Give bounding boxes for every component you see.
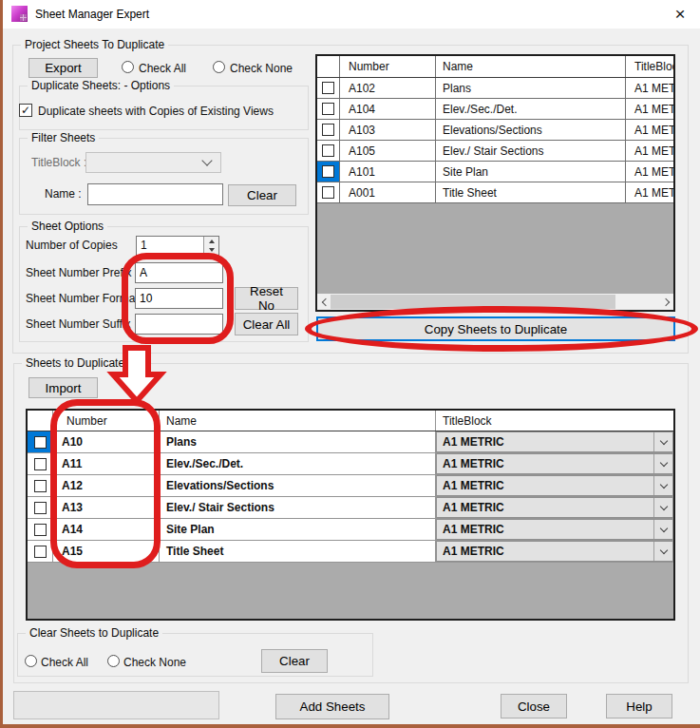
row-select-cell[interactable] [28,519,53,540]
add-sheets-button[interactable]: Add Sheets [275,694,389,719]
cell-sheet-number[interactable]: A11 [53,453,160,474]
cell-titleblock[interactable]: A1 METRIC [436,431,673,452]
close-icon[interactable]: × [668,2,692,27]
cell-sheet-number[interactable]: A15 [53,541,160,562]
cell-titleblock[interactable]: A1 METRIC [626,120,673,140]
cell-titleblock[interactable]: A1 METRIC [626,99,673,119]
titleblock-dropdown[interactable]: A1 METRIC [436,541,673,562]
titleblock-column-header[interactable]: TitleBlock [436,411,673,431]
row-select-cell[interactable] [317,141,340,161]
cell-sheet-number[interactable]: A13 [53,497,160,518]
help-button[interactable]: Help [606,694,672,718]
titleblock-column-header[interactable]: TitleBlock [626,56,673,77]
cell-sheet-name[interactable]: Title Sheet [160,541,436,562]
cell-sheet-number[interactable]: A001 [340,182,436,202]
row-checkbox[interactable] [322,124,334,136]
name-column-header[interactable]: Name [160,411,436,431]
prefix-input[interactable] [135,262,223,283]
row-checkbox[interactable] [34,546,47,558]
row-checkbox[interactable] [34,458,47,470]
cell-sheet-number[interactable]: A104 [340,99,436,119]
copy-sheets-button[interactable]: Copy Sheets to Duplicate [316,316,675,341]
cell-sheet-name[interactable]: Elev./ Stair Sections [160,497,436,518]
titleblock-dropdown[interactable]: A1 METRIC [436,475,673,496]
duplicate-views-checkbox[interactable]: ✓ [19,104,32,117]
row-checkbox[interactable] [34,524,47,536]
name-filter-input[interactable] [87,183,223,205]
cell-sheet-name[interactable]: Elev./Sec./Det. [160,453,436,474]
spin-down-icon[interactable] [204,246,218,256]
import-button[interactable]: Import [28,377,98,398]
number-column-header[interactable]: Number [340,56,436,77]
cell-titleblock[interactable]: A1 METRIC [626,78,673,98]
cell-sheet-name[interactable]: Title Sheet [436,182,626,202]
cell-sheet-name[interactable]: Elevations/Sections [160,475,436,496]
titleblock-dropdown[interactable]: A1 METRIC [436,497,673,518]
cell-titleblock[interactable]: A1 METRIC [436,541,673,562]
suffix-input[interactable] [135,314,223,335]
reset-no-button[interactable]: Reset No [235,287,298,310]
titleblock-dropdown[interactable]: A1 METRIC [436,431,673,452]
scroll-right-icon[interactable] [659,294,673,310]
cell-sheet-number[interactable]: A105 [340,141,436,161]
row-select-cell[interactable] [28,431,53,452]
clear-duplicates-button[interactable]: Clear [261,649,328,673]
cell-sheet-name[interactable]: Elevations/Sections [436,120,626,140]
horizontal-scrollbar[interactable] [317,294,673,310]
cell-titleblock[interactable]: A1 METRIC [436,475,673,496]
scroll-left-icon[interactable] [317,294,331,310]
number-column-header[interactable]: Number [53,411,160,431]
cell-titleblock[interactable]: A1 METRIC [626,162,673,182]
cell-sheet-number[interactable]: A102 [340,78,436,98]
filter-clear-button[interactable]: Clear [228,184,296,206]
copies-spinner[interactable]: 1 [136,236,219,256]
row-checkbox[interactable] [322,103,334,115]
cell-titleblock[interactable]: A1 METRIC [626,182,673,202]
close-button[interactable]: Close [501,694,567,718]
cell-sheet-name[interactable]: Plans [436,78,626,98]
row-select-cell[interactable] [317,78,340,98]
export-button[interactable]: Export [28,58,98,78]
cell-sheet-name[interactable]: Elev./Sec./Det. [436,99,626,119]
select-column-header[interactable] [317,56,340,77]
cell-sheet-name[interactable]: Site Plan [436,162,626,182]
cell-sheet-name[interactable]: Elev./ Stair Sections [436,141,626,161]
cell-sheet-number[interactable]: A14 [53,519,160,540]
titleblock-dropdown[interactable]: A1 METRIC [436,519,673,540]
titleblock-dropdown[interactable]: A1 METRIC [436,453,673,474]
cell-sheet-name[interactable]: Plans [160,431,436,452]
cell-sheet-number[interactable]: A103 [340,120,436,140]
row-select-cell[interactable] [317,182,340,202]
cell-titleblock[interactable]: A1 METRIC [436,497,673,518]
row-checkbox[interactable] [322,144,334,157]
titleblock-filter-dropdown[interactable] [85,152,221,173]
row-select-cell[interactable] [28,475,53,496]
cell-sheet-number[interactable]: A10 [53,431,160,452]
clear-all-button[interactable]: Clear All [235,313,298,335]
row-select-cell[interactable] [317,99,340,119]
scrollbar-thumb[interactable] [331,295,615,309]
row-checkbox[interactable] [322,82,334,94]
row-select-cell[interactable] [28,541,53,562]
cell-titleblock[interactable]: A1 METRIC [436,453,673,474]
cell-sheet-number[interactable]: A101 [340,162,436,182]
cell-sheet-name[interactable]: Site Plan [160,519,436,540]
cell-sheet-number[interactable]: A12 [53,475,160,496]
row-select-cell[interactable] [28,497,53,518]
cell-titleblock[interactable]: A1 METRIC [436,519,673,540]
row-checkbox[interactable] [34,480,47,492]
row-select-cell[interactable] [317,162,340,182]
select-column-header[interactable] [28,411,53,431]
row-checkbox[interactable] [34,436,47,449]
row-select-cell[interactable] [317,120,340,140]
spin-up-icon[interactable] [204,237,218,246]
check-all-radio-top[interactable] [122,61,134,73]
name-column-header[interactable]: Name [436,56,626,77]
row-checkbox[interactable] [322,165,334,178]
row-checkbox[interactable] [34,502,47,514]
check-none-radio-top[interactable] [213,61,225,73]
format-input[interactable] [135,288,223,309]
check-all-radio-bottom[interactable] [25,655,37,667]
cell-titleblock[interactable]: A1 METRIC [626,141,673,161]
check-none-radio-bottom[interactable] [107,655,120,667]
